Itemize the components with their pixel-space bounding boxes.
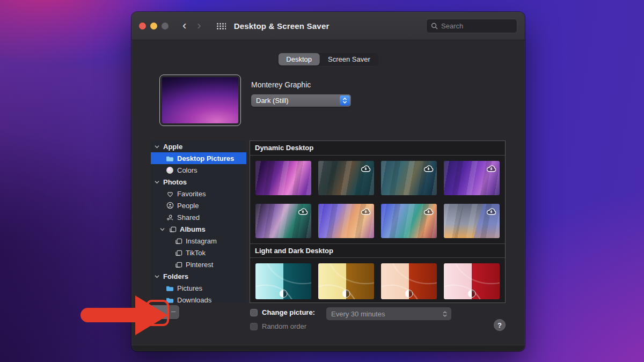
appearance-dropdown-value: Dark (Still) bbox=[251, 97, 340, 105]
chevron-down-icon[interactable] bbox=[154, 274, 160, 279]
annotation-highlight-ring bbox=[146, 300, 169, 326]
sidebar-group-photos[interactable]: Photos bbox=[151, 176, 246, 188]
wallpaper-thumbnail-coast[interactable] bbox=[381, 204, 437, 238]
forward-button: › bbox=[197, 20, 201, 32]
random-order-checkbox bbox=[250, 323, 258, 330]
section-title-light-dark-desktop: Light and Dark Desktop bbox=[250, 243, 505, 258]
random-order-row: Random order bbox=[250, 322, 306, 330]
light-dark-desktop-grid bbox=[250, 258, 505, 303]
source-list-sidebar: Apple Desktop Pictures Colors Photos Fav… bbox=[151, 141, 246, 303]
monterey-wallpaper-thumbnail bbox=[162, 77, 238, 123]
album-icon bbox=[174, 238, 182, 245]
tab-bar: Desktop Screen Saver bbox=[277, 52, 379, 67]
sidebar-item-label: Favorites bbox=[177, 190, 206, 198]
random-order-label: Random order bbox=[262, 322, 306, 330]
change-picture-label: Change picture: bbox=[262, 308, 315, 316]
chevron-down-icon[interactable] bbox=[154, 144, 160, 150]
wallpaper-thumbnail-solar-gradients[interactable] bbox=[444, 204, 500, 238]
colors-sphere-icon bbox=[166, 167, 174, 174]
chevron-up-down-icon bbox=[442, 311, 448, 317]
folder-icon bbox=[166, 285, 174, 292]
help-button[interactable]: ? bbox=[494, 319, 506, 331]
sidebar-item-label: TikTok bbox=[186, 249, 206, 257]
search-icon bbox=[431, 23, 438, 29]
wallpaper-thumbnail-hello-orange[interactable] bbox=[381, 263, 437, 299]
sidebar-item-tiktok[interactable]: TikTok bbox=[151, 247, 246, 258]
wallpaper-thumbnail-big-sur[interactable] bbox=[318, 161, 374, 195]
desktop-screensaver-window: ‹ › Desktop & Screen Saver Desktop Scree… bbox=[131, 12, 525, 351]
sidebar-item-favorites[interactable]: Favorites bbox=[151, 188, 246, 200]
sidebar-group-apple[interactable]: Apple bbox=[151, 141, 246, 152]
sidebar-group-folders[interactable]: Folders bbox=[151, 270, 246, 282]
album-icon bbox=[174, 261, 182, 268]
sidebar-group-label: Photos bbox=[163, 178, 187, 186]
sidebar-group-label: Folders bbox=[163, 272, 188, 280]
wallpaper-thumbnail-hello-red[interactable] bbox=[444, 263, 500, 299]
cloud-download-icon[interactable] bbox=[486, 206, 497, 217]
wallpaper-thumbnail-catalina[interactable] bbox=[381, 161, 437, 195]
light-dark-appearance-icon bbox=[342, 290, 350, 298]
search-field[interactable] bbox=[426, 19, 517, 33]
cloud-download-icon[interactable] bbox=[423, 206, 434, 217]
cloud-download-icon[interactable] bbox=[297, 206, 309, 217]
wallpaper-thumbnail-valley[interactable] bbox=[318, 204, 374, 238]
sidebar-group-label: Albums bbox=[180, 225, 206, 233]
sidebar-item-label: People bbox=[177, 202, 199, 210]
annotation-arrow-shaft bbox=[80, 308, 137, 322]
wallpaper-thumbnail-lake[interactable] bbox=[255, 204, 311, 238]
cloud-download-icon[interactable] bbox=[360, 206, 371, 217]
sidebar-item-label: Desktop Pictures bbox=[177, 154, 234, 162]
tab-screen-saver[interactable]: Screen Saver bbox=[320, 53, 378, 65]
sidebar-item-pinterest[interactable]: Pinterest bbox=[151, 258, 246, 270]
minimize-button[interactable] bbox=[150, 23, 157, 29]
window-title: Desktop & Screen Saver bbox=[234, 21, 330, 31]
dynamic-desktop-grid bbox=[250, 156, 505, 243]
search-input[interactable] bbox=[441, 22, 506, 30]
wallpaper-browser-pane: Dynamic Desktop Li bbox=[250, 141, 506, 303]
cloud-download-icon[interactable] bbox=[486, 163, 497, 174]
sidebar-item-shared[interactable]: Shared bbox=[151, 211, 246, 223]
tab-desktop[interactable]: Desktop bbox=[278, 53, 320, 65]
sidebar-item-desktop-pictures[interactable]: Desktop Pictures bbox=[151, 152, 246, 164]
sidebar-group-albums[interactable]: Albums bbox=[151, 223, 246, 235]
sidebar-item-label: Pictures bbox=[177, 284, 202, 292]
sidebar-item-label: Instagram bbox=[186, 237, 217, 245]
sidebar-item-pictures[interactable]: Pictures bbox=[151, 282, 246, 294]
change-picture-row: Change picture: bbox=[250, 308, 315, 316]
sidebar-item-colors[interactable]: Colors bbox=[151, 164, 246, 176]
folder-icon bbox=[166, 155, 174, 162]
chevron-up-down-icon bbox=[340, 95, 350, 106]
light-dark-appearance-icon bbox=[280, 290, 288, 298]
cloud-download-icon[interactable] bbox=[360, 163, 371, 174]
chevron-down-icon[interactable] bbox=[154, 179, 160, 185]
album-icon bbox=[174, 249, 182, 256]
heart-icon bbox=[166, 190, 174, 197]
wallpaper-thumbnail-monterey[interactable] bbox=[255, 161, 311, 195]
wallpaper-thumbnail-hello-teal[interactable] bbox=[255, 263, 311, 299]
window-titlebar[interactable]: ‹ › Desktop & Screen Saver bbox=[131, 12, 525, 40]
appearance-dropdown[interactable]: Dark (Still) bbox=[251, 94, 351, 107]
window-bottom-edge bbox=[131, 345, 525, 351]
close-button[interactable] bbox=[139, 23, 146, 29]
zoom-button-disabled bbox=[162, 23, 169, 29]
album-icon bbox=[169, 226, 177, 233]
person-circle-icon bbox=[166, 202, 174, 209]
change-picture-checkbox[interactable] bbox=[250, 309, 258, 316]
wallpaper-thumbnail-peaks[interactable] bbox=[444, 161, 500, 195]
cloud-download-icon[interactable] bbox=[423, 163, 434, 174]
sidebar-item-label: Downloads bbox=[177, 296, 211, 304]
interval-dropdown-value: Every 30 minutes bbox=[326, 310, 442, 318]
traffic-lights bbox=[139, 23, 169, 29]
sidebar-group-label: Apple bbox=[163, 143, 182, 151]
wallpaper-thumbnail-hello-yellow[interactable] bbox=[318, 263, 374, 299]
chevron-down-icon[interactable] bbox=[159, 226, 165, 232]
show-all-grid-icon[interactable] bbox=[216, 23, 226, 29]
sidebar-item-label: Colors bbox=[177, 166, 197, 174]
light-dark-appearance-icon bbox=[405, 290, 413, 298]
sidebar-item-people[interactable]: People bbox=[151, 200, 246, 211]
shared-icon bbox=[166, 214, 174, 221]
back-button[interactable]: ‹ bbox=[182, 20, 186, 32]
sidebar-item-instagram[interactable]: Instagram bbox=[151, 235, 246, 247]
wallpaper-name-label: Monterey Graphic bbox=[251, 80, 311, 89]
current-wallpaper-preview bbox=[159, 75, 241, 126]
